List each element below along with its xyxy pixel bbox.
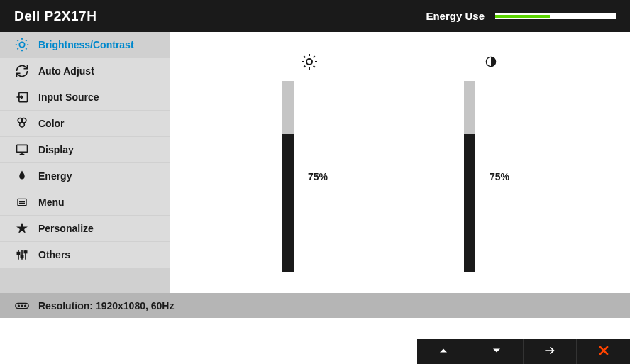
svg-line-29 (314, 65, 315, 67)
nav-close-button[interactable] (577, 339, 630, 364)
menu-label: Input Source (38, 92, 99, 103)
svg-line-32 (304, 65, 305, 67)
nav-buttons (417, 339, 630, 364)
brightness-slider-row: 75% (282, 81, 336, 272)
menu-label: Brightness/Contrast (38, 39, 134, 50)
svg-line-33 (314, 56, 315, 57)
menu-label: Others (38, 249, 70, 260)
content-panel: 75% 75% (170, 32, 630, 293)
svg-rect-13 (17, 145, 28, 152)
star-icon (14, 221, 30, 236)
contrast-slider-row: 75% (464, 81, 518, 272)
svg-rect-22 (17, 253, 19, 255)
menu-item-auto-adjust[interactable]: Auto Adjust (0, 58, 170, 84)
input-icon (14, 89, 30, 105)
menu-item-brightness-contrast[interactable]: Brightness/Contrast (0, 32, 170, 58)
resolution-text: Resolution: 1920x1080, 60Hz (38, 300, 174, 311)
menu-label: Energy (38, 170, 72, 182)
svg-line-4 (26, 48, 26, 49)
leaf-icon (14, 168, 30, 184)
menu-label: Display (38, 144, 74, 155)
contrast-icon (482, 53, 499, 70)
energy-meter (495, 13, 616, 19)
svg-rect-17 (19, 201, 25, 202)
svg-point-0 (19, 42, 24, 47)
connector-icon (14, 302, 30, 310)
menu-sidebar: Brightness/Contrast Auto Adjust Input So… (0, 32, 170, 293)
svg-point-37 (21, 305, 23, 307)
menu-label: Menu (38, 197, 65, 208)
energy-section: Energy Use (426, 10, 616, 22)
sidebar-spacer (0, 268, 170, 293)
svg-point-25 (306, 59, 312, 65)
svg-rect-23 (21, 256, 23, 258)
nav-enter-button[interactable] (524, 339, 577, 364)
menu-item-personalize[interactable]: Personalize (0, 216, 170, 242)
svg-line-28 (304, 56, 305, 57)
svg-rect-24 (24, 251, 26, 253)
menu-item-display[interactable]: Display (0, 137, 170, 163)
menu-label: Personalize (38, 223, 94, 234)
brightness-value: 75% (308, 171, 336, 182)
nav-down-button[interactable] (470, 339, 524, 364)
menu-item-energy[interactable]: Energy (0, 163, 170, 189)
contrast-slider[interactable] (464, 81, 475, 272)
energy-empty (550, 15, 617, 18)
svg-point-36 (18, 305, 20, 307)
contrast-slider-group: 75% (464, 53, 518, 272)
menu-label: Auto Adjust (38, 65, 94, 77)
svg-line-8 (26, 40, 26, 40)
brightness-icon (14, 37, 30, 53)
svg-line-7 (17, 48, 18, 49)
menu-item-others[interactable]: Others (0, 242, 170, 268)
energy-fill (495, 15, 550, 18)
osd-main: Brightness/Contrast Auto Adjust Input So… (0, 32, 630, 293)
chevron-down-icon (490, 343, 504, 360)
close-icon (597, 343, 611, 360)
osd-footer: Resolution: 1920x1080, 60Hz (0, 293, 630, 318)
chevron-up-icon (436, 343, 451, 360)
svg-line-3 (17, 40, 18, 40)
menu-box-icon (14, 194, 30, 210)
sync-icon (14, 63, 30, 79)
menu-label: Color (38, 118, 65, 129)
sun-icon (301, 53, 318, 70)
contrast-fill (464, 134, 475, 272)
svg-point-12 (20, 122, 25, 127)
monitor-title: Dell P2X17H (14, 9, 96, 24)
nav-up-button[interactable] (417, 339, 470, 364)
svg-rect-18 (19, 203, 25, 204)
contrast-value: 75% (490, 171, 518, 182)
brightness-fill (282, 134, 294, 272)
energy-label: Energy Use (426, 10, 485, 22)
menu-item-menu[interactable]: Menu (0, 189, 170, 216)
svg-rect-16 (18, 199, 26, 205)
palette-icon (14, 116, 30, 131)
osd-header: Dell P2X17H Energy Use (0, 0, 630, 32)
menu-item-input-source[interactable]: Input Source (0, 84, 170, 111)
svg-point-38 (25, 305, 26, 307)
sliders-icon (14, 247, 30, 263)
brightness-slider[interactable] (282, 81, 294, 272)
brightness-slider-group: 75% (282, 53, 336, 272)
menu-item-color[interactable]: Color (0, 111, 170, 137)
monitor-icon (14, 142, 30, 158)
arrow-right-icon (543, 343, 557, 360)
